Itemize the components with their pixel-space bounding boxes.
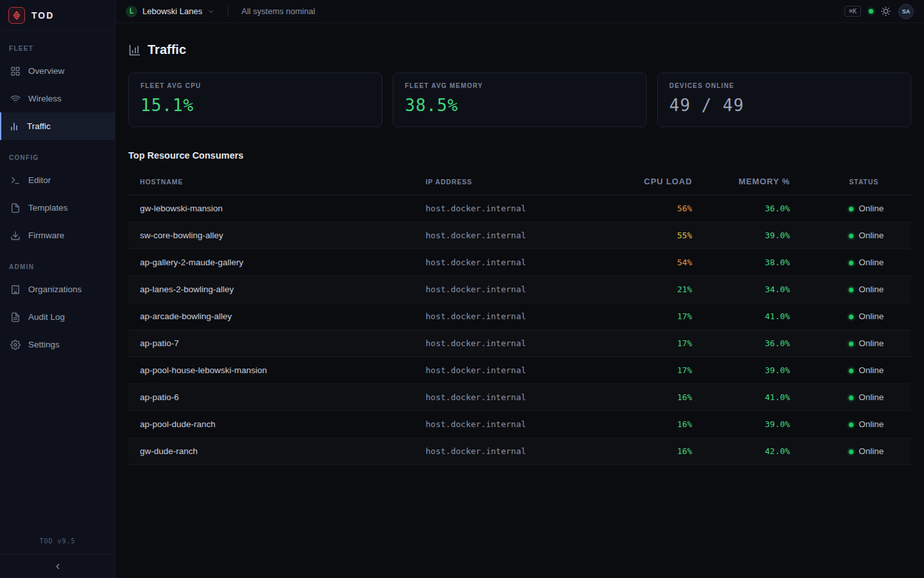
hostname-cell: ap-patio-7 xyxy=(128,330,414,357)
status-label: Online xyxy=(859,258,884,267)
gear-icon xyxy=(10,340,21,350)
hostname-cell: ap-patio-6 xyxy=(128,384,414,411)
stat-label: FLEET AVG CPU xyxy=(141,82,370,89)
table-row[interactable]: ap-lanes-2-bowling-alley host.docker.int… xyxy=(128,276,911,303)
column-header-status[interactable]: STATUS xyxy=(801,168,911,195)
app-root: TOD FLEET Overview Wireless Traffic CONF… xyxy=(0,0,924,578)
table-row[interactable]: ap-arcade-bowling-alley host.docker.inte… xyxy=(128,303,911,330)
memory-cell: 36.0% xyxy=(704,330,802,357)
table-title: Top Resource Consumers xyxy=(128,150,911,161)
sidebar-nav: FLEET Overview Wireless Traffic CONFIG E… xyxy=(0,31,115,531)
online-dot-icon xyxy=(849,423,853,427)
status-label: Online xyxy=(859,419,884,429)
sidebar-collapse-button[interactable] xyxy=(0,554,115,578)
table-row[interactable]: ap-patio-7 host.docker.internal 17% 36.0… xyxy=(128,330,911,357)
table-row[interactable]: ap-pool-house-lebowski-mansion host.dock… xyxy=(128,357,911,384)
stat-label: DEVICES ONLINE xyxy=(669,82,899,89)
online-dot-icon xyxy=(849,288,853,292)
sidebar-item-settings[interactable]: Settings xyxy=(0,331,115,358)
sidebar-item-audit-log[interactable]: Audit Log xyxy=(0,303,115,331)
terminal-icon xyxy=(10,175,21,186)
sidebar-item-label: Settings xyxy=(28,340,60,349)
sidebar-item-label: Audit Log xyxy=(28,312,65,322)
app-logo-row: TOD xyxy=(0,0,115,31)
stat-card-fleet-avg-cpu: FLEET AVG CPU 15.1% xyxy=(128,73,382,127)
table-row[interactable]: sw-core-bowling-alley host.docker.intern… xyxy=(128,222,911,249)
status-cell: Online xyxy=(801,276,911,303)
top-bar: L Lebowski Lanes All systems nominal ⌘K … xyxy=(116,0,924,23)
download-icon xyxy=(10,231,21,241)
table-row[interactable]: ap-gallery-2-maude-gallery host.docker.i… xyxy=(128,249,911,276)
ip-cell: host.docker.internal xyxy=(414,330,625,357)
memory-cell: 39.0% xyxy=(704,222,802,249)
section-label-fleet: FLEET xyxy=(0,45,115,52)
command-palette-shortcut[interactable]: ⌘K xyxy=(844,6,861,17)
online-dot-icon xyxy=(849,396,853,400)
wifi-icon xyxy=(10,94,21,104)
sidebar-item-label: Traffic xyxy=(27,121,51,131)
hostname-cell: ap-gallery-2-maude-gallery xyxy=(128,249,414,276)
org-switcher[interactable]: L Lebowski Lanes xyxy=(126,6,215,17)
header-divider xyxy=(228,6,228,17)
column-header-cpu[interactable]: CPU LOAD xyxy=(626,168,704,195)
stat-card-devices-online: DEVICES ONLINE 49 / 49 xyxy=(657,73,911,127)
online-dot-icon xyxy=(849,234,853,238)
cpu-cell: 16% xyxy=(626,411,704,438)
theme-toggle-button[interactable] xyxy=(881,6,891,16)
status-label: Online xyxy=(859,231,884,240)
cpu-cell: 55% xyxy=(626,222,704,249)
sidebar-item-label: Firmware xyxy=(28,231,64,240)
status-label: Online xyxy=(859,392,884,402)
table-row[interactable]: ap-patio-6 host.docker.internal 16% 41.0… xyxy=(128,384,911,411)
cpu-cell: 16% xyxy=(626,384,704,411)
online-dot-icon xyxy=(849,207,853,211)
top-bar-actions: ⌘K SA xyxy=(844,4,914,19)
column-header-hostname[interactable]: HOSTNAME xyxy=(128,168,414,195)
cpu-cell: 56% xyxy=(626,195,704,222)
sidebar-item-label: Editor xyxy=(28,175,51,185)
hostname-cell: sw-core-bowling-alley xyxy=(128,222,414,249)
app-name: TOD xyxy=(31,10,54,21)
online-dot-icon xyxy=(849,315,853,319)
status-cell: Online xyxy=(801,222,911,249)
sidebar: TOD FLEET Overview Wireless Traffic CONF… xyxy=(0,0,116,578)
sidebar-item-editor[interactable]: Editor xyxy=(0,166,115,194)
cpu-cell: 17% xyxy=(626,330,704,357)
status-cell: Online xyxy=(801,357,911,384)
chevron-left-icon xyxy=(53,562,62,571)
hostname-cell: ap-pool-dude-ranch xyxy=(128,411,414,438)
hostname-cell: ap-arcade-bowling-alley xyxy=(128,303,414,330)
online-dot-icon xyxy=(849,369,853,373)
sidebar-item-templates[interactable]: Templates xyxy=(0,194,115,222)
sidebar-item-organizations[interactable]: Organizations xyxy=(0,276,115,303)
stat-value: 15.1% xyxy=(141,96,370,115)
page-content: Traffic FLEET AVG CPU 15.1% FLEET AVG ME… xyxy=(116,23,924,578)
online-dot-icon xyxy=(849,261,853,265)
column-header-ip[interactable]: IP ADDRESS xyxy=(414,168,625,195)
table-header-row: HOSTNAME IP ADDRESS CPU LOAD MEMORY % ST… xyxy=(128,168,911,195)
sidebar-item-firmware[interactable]: Firmware xyxy=(0,222,115,249)
hostname-cell: gw-dude-ranch xyxy=(128,438,414,465)
app-logo-icon xyxy=(8,7,25,24)
memory-cell: 42.0% xyxy=(704,438,802,465)
file-text-icon xyxy=(10,312,21,322)
status-cell: Online xyxy=(801,330,911,357)
user-avatar[interactable]: SA xyxy=(898,4,914,19)
table-row[interactable]: gw-dude-ranch host.docker.internal 16% 4… xyxy=(128,438,911,465)
column-header-memory[interactable]: MEMORY % xyxy=(704,168,802,195)
top-resource-consumers-table: HOSTNAME IP ADDRESS CPU LOAD MEMORY % ST… xyxy=(128,168,911,465)
chevron-down-icon xyxy=(207,8,215,15)
memory-cell: 41.0% xyxy=(704,384,802,411)
sidebar-item-traffic[interactable]: Traffic xyxy=(0,112,115,140)
status-cell: Online xyxy=(801,384,911,411)
sidebar-item-label: Templates xyxy=(28,203,68,213)
cpu-cell: 17% xyxy=(626,357,704,384)
table-row[interactable]: gw-lebowski-mansion host.docker.internal… xyxy=(128,195,911,222)
sidebar-item-wireless[interactable]: Wireless xyxy=(0,85,115,112)
online-dot-icon xyxy=(849,342,853,346)
sidebar-item-overview[interactable]: Overview xyxy=(0,57,115,85)
table-row[interactable]: ap-pool-dude-ranch host.docker.internal … xyxy=(128,411,911,438)
memory-cell: 39.0% xyxy=(704,411,802,438)
sidebar-item-label: Wireless xyxy=(28,94,62,103)
memory-cell: 39.0% xyxy=(704,357,802,384)
